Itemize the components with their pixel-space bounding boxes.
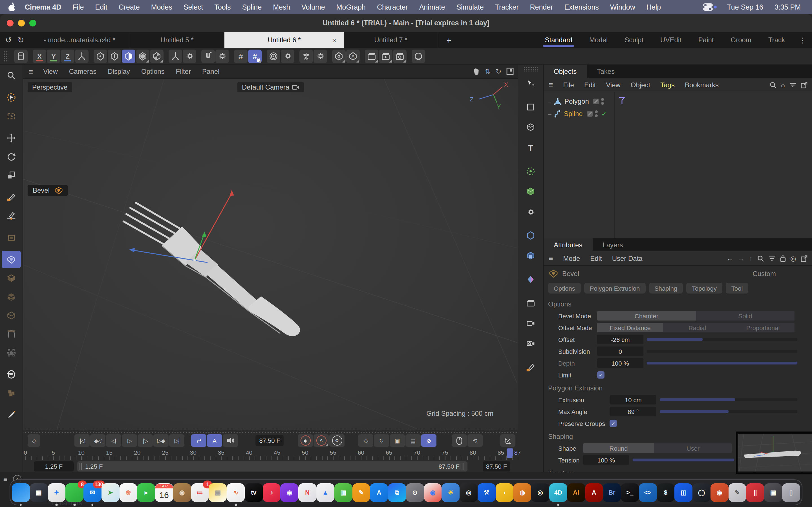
offset-slider[interactable] xyxy=(647,338,797,341)
camera-view-button[interactable] xyxy=(522,314,540,332)
dock-pages-icon[interactable]: ✎ xyxy=(352,483,370,502)
section-polygon-extrusion[interactable]: Polygon Extrusion xyxy=(544,383,812,394)
preset-label[interactable]: Custom xyxy=(753,270,776,278)
generator-tool-button[interactable] xyxy=(522,182,540,201)
attr-tab-options[interactable]: Options xyxy=(548,283,581,293)
attr-tab-tool[interactable]: Tool xyxy=(726,283,748,293)
dock-illustrator-icon[interactable]: Ai xyxy=(567,483,585,502)
render-settings-button[interactable] xyxy=(393,49,407,63)
layout-tab-groom[interactable]: Groom xyxy=(722,32,760,48)
autokeying-button[interactable]: A xyxy=(313,434,329,447)
menu-item-tools[interactable]: Tools xyxy=(209,3,236,11)
menu-item-edit[interactable]: Edit xyxy=(90,3,113,11)
menu-item-render[interactable]: Render xyxy=(524,3,559,11)
depth-value-field[interactable]: 100 % xyxy=(597,358,644,368)
offset-mode-radial[interactable]: Radial xyxy=(663,323,731,332)
search-icon[interactable] xyxy=(770,81,776,88)
menu-item-tracker[interactable]: Tracker xyxy=(490,3,524,11)
polygons-mode-button[interactable] xyxy=(122,49,135,63)
doc-tab-untitled-5[interactable]: Untitled 5 * xyxy=(130,32,224,48)
objects-menu-icon[interactable]: ≡ xyxy=(544,80,558,89)
symmetry-toggle-button[interactable] xyxy=(299,49,313,63)
bridge-tool-button[interactable] xyxy=(2,325,21,342)
redo-icon[interactable]: ↻ xyxy=(17,36,24,45)
layout-overflow-icon[interactable]: ⋮ xyxy=(794,32,812,48)
text-tool-button[interactable]: T xyxy=(522,138,540,157)
offset-mode-fixed-distance[interactable]: Fixed Distance xyxy=(597,323,663,332)
dock-music-icon[interactable]: ♪ xyxy=(262,483,281,502)
timeline-ruler[interactable]: 87 0510152025303540455055606570758085 xyxy=(23,448,518,460)
rectangle-selection-button[interactable] xyxy=(2,107,21,124)
phong-tag-icon[interactable] xyxy=(618,97,625,105)
texture-mode-button[interactable] xyxy=(150,49,163,63)
doc-tab-materials[interactable]: - mode...materials.c4d * xyxy=(29,32,130,48)
am-menu-edit[interactable]: Edit xyxy=(585,255,607,262)
object-manager-list[interactable]: – Polygon – Spline ✓ xyxy=(544,93,812,238)
sound-toggle-button[interactable] xyxy=(223,434,238,447)
auto-snap-button[interactable]: A xyxy=(346,49,360,63)
falloff-toggle-button[interactable] xyxy=(267,49,280,63)
grid-lock-button[interactable]: # xyxy=(248,49,262,63)
fcurve-expand-icon[interactable] xyxy=(500,434,515,447)
doc-tab-untitled-6[interactable]: Untitled 6 * x xyxy=(224,32,344,48)
camera-settings-button[interactable] xyxy=(522,335,540,353)
frame-region-button[interactable] xyxy=(522,98,540,116)
tab-attributes[interactable]: Attributes xyxy=(544,238,592,251)
key-pla-button[interactable]: ⊘ xyxy=(421,434,437,447)
snap-toggle-button[interactable] xyxy=(332,49,346,63)
am-menu-mode[interactable]: Mode xyxy=(558,255,585,262)
am-menu-userdata[interactable]: User Data xyxy=(607,255,648,262)
magnet-settings-button[interactable] xyxy=(215,49,229,63)
layout-tab-paint[interactable]: Paint xyxy=(690,32,722,48)
dock-shortcuts-icon[interactable]: ⧉ xyxy=(388,483,406,502)
model-mode-button[interactable] xyxy=(136,49,149,63)
undo-icon[interactable]: ↺ xyxy=(5,36,12,45)
dock-obs-icon[interactable]: ◎ xyxy=(531,483,549,502)
tab-objects[interactable]: Objects xyxy=(544,65,587,78)
tension-value-field[interactable]: 100 % xyxy=(583,455,629,465)
edges-mode-button[interactable] xyxy=(108,49,121,63)
live-selection-button[interactable] xyxy=(2,89,21,106)
dolly-view-icon[interactable]: ⇅ xyxy=(485,68,491,75)
material-sphere-button[interactable] xyxy=(412,49,425,63)
dock-apple-tv-icon[interactable]: tv xyxy=(245,483,263,502)
knife-tool-button[interactable] xyxy=(2,406,21,424)
play-button[interactable]: ▷ xyxy=(122,434,137,447)
menubar-clock[interactable]: 3:35 PM xyxy=(769,3,806,11)
volume-tool-button[interactable] xyxy=(2,384,21,402)
key-position-button[interactable]: ◇ xyxy=(358,434,373,447)
weight-tool-button[interactable] xyxy=(2,344,21,361)
zoom-tool-button[interactable] xyxy=(2,66,21,84)
key-scale-button[interactable]: ▣ xyxy=(390,434,405,447)
menubar-date[interactable]: Tue Sep 16 xyxy=(721,3,769,11)
vp-menu-panel[interactable]: Panel xyxy=(197,68,225,75)
dock-xcode-icon[interactable]: ⚒ xyxy=(477,483,496,502)
orbit-view-icon[interactable]: ↻ xyxy=(496,68,501,75)
simulation-tool-button[interactable] xyxy=(522,247,540,265)
history-forward-icon[interactable]: → xyxy=(738,255,745,262)
next-frame-button[interactable]: |▷ xyxy=(138,434,153,447)
range-right-grip[interactable] xyxy=(462,463,465,470)
om-menu-object[interactable]: Object xyxy=(626,81,655,89)
loop-playback-button[interactable]: ⇄ xyxy=(191,434,206,447)
menu-item-animate[interactable]: Animate xyxy=(414,3,451,11)
palette-drag-handle[interactable] xyxy=(3,50,8,62)
dock-keynote-icon[interactable]: ▲ xyxy=(316,483,335,502)
close-polygon-tool-button[interactable] xyxy=(2,306,21,324)
om-menu-view[interactable]: View xyxy=(601,81,626,89)
dock-adobe-bridge-icon[interactable]: Br xyxy=(603,483,621,502)
menu-item-window[interactable]: Window xyxy=(605,3,641,11)
dock-docker-icon[interactable]: ◫ xyxy=(675,483,693,502)
move-tool-button[interactable] xyxy=(2,129,21,147)
om-menu-bookmarks[interactable]: Bookmarks xyxy=(680,81,724,89)
deformer-tool-button[interactable] xyxy=(522,203,540,221)
dock-acrobat-icon[interactable]: A xyxy=(585,483,603,502)
prev-key-button[interactable]: ◆◁ xyxy=(90,434,105,447)
object-row-spline[interactable]: – Spline ✓ xyxy=(544,108,812,120)
maximize-view-icon[interactable] xyxy=(506,68,514,75)
transform-tool-button[interactable] xyxy=(522,74,540,93)
field-tool-button[interactable] xyxy=(522,162,540,180)
dock-photo-booth-icon[interactable]: ◎ xyxy=(460,483,477,502)
render-strip-button[interactable] xyxy=(522,294,540,312)
pan-view-icon[interactable] xyxy=(472,68,480,75)
